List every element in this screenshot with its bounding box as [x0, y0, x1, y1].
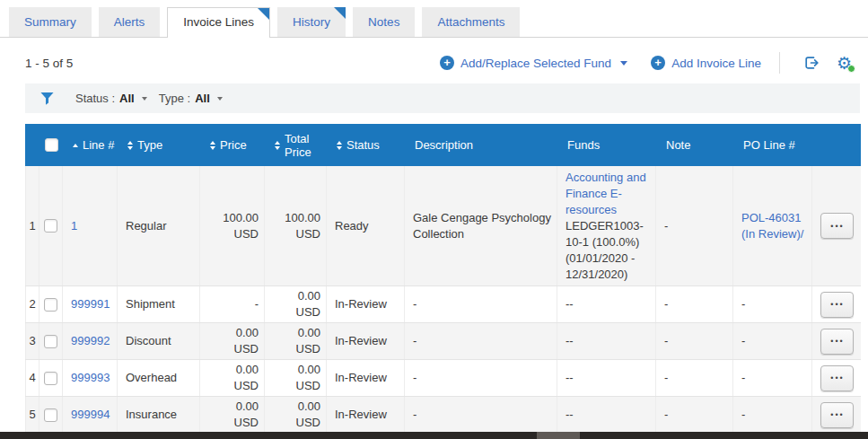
tab-notes[interactable]: Notes [353, 7, 415, 37]
type-filter-dropdown[interactable]: Type : All [159, 92, 223, 105]
toolbar: 1 - 5 of 5 + Add/Replace Selected Fund +… [25, 49, 860, 76]
fund-detail: -- [566, 407, 574, 423]
header-funds: Funds [557, 124, 656, 166]
row-actions-ellipsis-button[interactable]: ••• [820, 213, 854, 239]
header-total-price[interactable]: Total Price [265, 124, 327, 166]
row-index: 1 [25, 166, 39, 285]
fund-detail: -- [566, 370, 574, 386]
line-number-link[interactable]: 999994 [71, 407, 110, 423]
row-checkbox[interactable] [44, 372, 57, 385]
row-checkbox[interactable] [44, 219, 57, 233]
header-actions [812, 124, 861, 166]
header-description: Description [405, 124, 557, 166]
type-cell: Insurance [126, 407, 177, 423]
tab-alerts[interactable]: Alerts [99, 7, 161, 37]
row-index: 2 [25, 286, 39, 322]
scrollbar-thumb[interactable] [537, 432, 580, 439]
horizontal-scrollbar[interactable] [0, 432, 868, 439]
checkbox [45, 138, 58, 152]
table-row: 3 999992 Discount 0.00 USD 0.00 USD In-R… [25, 322, 861, 359]
row-index: 3 [25, 323, 39, 359]
line-number-link[interactable]: 999992 [71, 333, 110, 349]
type-cell: Regular [126, 218, 167, 234]
note-cell: - [664, 407, 668, 423]
price-cell: - [255, 296, 259, 312]
result-count: 1 - 5 of 5 [25, 57, 73, 70]
filter-bar: Status : All Type : All [25, 83, 860, 113]
chevron-down-icon [217, 97, 223, 101]
type-cell: Shipment [126, 296, 175, 312]
add-replace-selected-fund-button[interactable]: + Add/Replace Selected Fund [440, 56, 627, 70]
header-type[interactable]: Type [118, 124, 200, 166]
note-cell: - [664, 370, 668, 386]
fund-link[interactable]: Accounting and Finance E-resources [566, 171, 646, 216]
row-actions-ellipsis-button[interactable]: ••• [820, 402, 854, 428]
tab-flag-icon [334, 7, 346, 19]
customize-gear-icon[interactable]: ⚙ [837, 54, 852, 72]
tab-history[interactable]: History [277, 7, 346, 37]
status-filter-value: All [119, 92, 135, 105]
tab-summary[interactable]: Summary [9, 7, 92, 37]
total-price-cell: 0.00 USD [273, 362, 320, 394]
po-line-cell: - [741, 296, 745, 312]
tab-label: Invoice Lines [183, 15, 254, 29]
sort-icon [127, 141, 133, 150]
price-cell: 0.00 USD [208, 362, 259, 394]
add-invoice-line-label: Add Invoice Line [671, 57, 761, 70]
tab-label: History [293, 15, 330, 29]
header-price[interactable]: Price [200, 124, 265, 166]
description-cell: - [413, 333, 416, 349]
note-cell: - [664, 296, 668, 312]
row-index: 5 [25, 397, 39, 433]
chevron-down-icon [142, 97, 147, 101]
line-number-link[interactable]: 1 [71, 218, 77, 234]
header-gutter [25, 124, 39, 166]
row-actions-ellipsis-button[interactable]: ••• [820, 292, 854, 318]
line-number-link[interactable]: 999991 [71, 296, 110, 312]
note-cell: - [664, 333, 668, 349]
total-price-cell: 0.00 USD [273, 288, 320, 320]
po-line-link[interactable]: POL-46031 (In Review)/ [741, 211, 803, 241]
table-row: 2 999991 Shipment - 0.00 USD In-Review -… [25, 285, 861, 322]
tab-label: Alerts [114, 15, 145, 29]
table-row: 5 999994 Insurance 0.00 USD 0.00 USD In-… [25, 396, 861, 433]
tab-invoice-lines[interactable]: Invoice Lines [167, 7, 270, 38]
row-index: 4 [25, 360, 39, 396]
status-cell: In-Review [335, 333, 387, 349]
type-filter-value: All [195, 92, 210, 105]
description-cell: Gale Cengage Psychology Collection [413, 210, 551, 242]
add-invoice-line-button[interactable]: + Add Invoice Line [651, 56, 761, 70]
note-cell: - [664, 218, 668, 234]
po-line-cell: - [741, 370, 745, 386]
status-cell: Ready [335, 218, 369, 234]
export-icon[interactable] [802, 54, 820, 72]
green-status-dot [847, 65, 855, 73]
invoice-lines-table: Line # Type Price Total Price Status Des… [25, 124, 861, 433]
description-cell: - [413, 370, 416, 386]
row-checkbox[interactable] [44, 298, 57, 312]
header-line-number[interactable]: Line # [63, 124, 118, 166]
select-all-checkbox[interactable] [39, 124, 63, 166]
plus-circle-icon: + [651, 56, 665, 70]
line-number-link[interactable]: 999993 [71, 370, 110, 386]
row-checkbox[interactable] [44, 408, 57, 422]
type-filter-label: Type : [159, 92, 190, 105]
po-line-cell: - [741, 407, 745, 423]
tab-attachments[interactable]: Attachments [422, 7, 520, 37]
row-actions-ellipsis-button[interactable]: ••• [820, 365, 854, 391]
header-status[interactable]: Status [327, 124, 405, 166]
tab-label: Summary [24, 15, 76, 29]
row-checkbox[interactable] [44, 335, 57, 348]
sort-asc-icon [73, 144, 78, 147]
funnel-filter-icon [39, 91, 55, 106]
sort-icon [275, 141, 280, 150]
status-filter-dropdown[interactable]: Status : All [75, 92, 147, 105]
row-actions-ellipsis-button[interactable]: ••• [820, 329, 854, 355]
description-cell: - [413, 296, 416, 312]
sort-icon [337, 141, 342, 150]
add-replace-selected-fund-label: Add/Replace Selected Fund [460, 57, 611, 70]
header-note: Note [656, 124, 733, 166]
tab-label: Notes [368, 15, 399, 29]
tab-flag-icon [258, 8, 269, 20]
toolbar-divider [779, 52, 780, 74]
